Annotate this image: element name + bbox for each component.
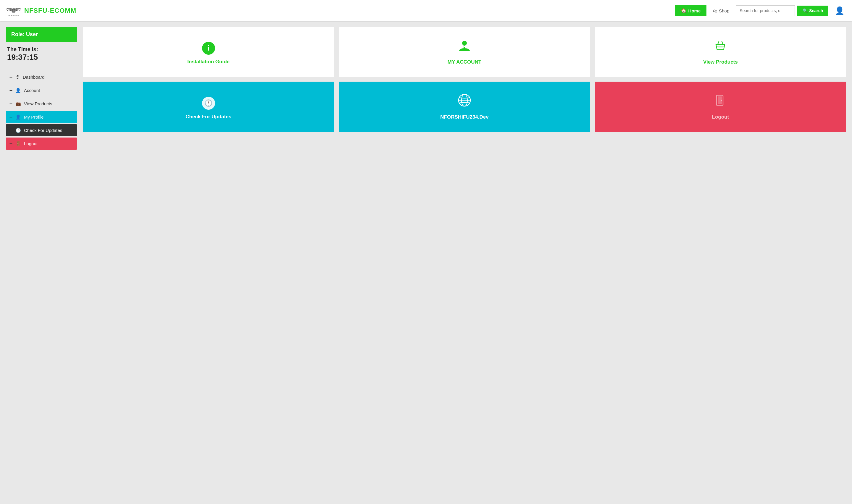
content-area: i Installation Guide MY ACCOUNT [83, 27, 846, 150]
card-check-updates[interactable]: 🕐 Check For Updates [83, 82, 334, 132]
logo-icon: NFORSHIFU234 [6, 5, 21, 17]
sidebar-item-check-updates[interactable]: – 🕐 Check For Updates [6, 124, 77, 136]
brand-name: NFSFU-ECOMM [24, 7, 76, 15]
dash-icon: – [10, 114, 13, 120]
dash-icon: – [10, 74, 13, 80]
time-value: 19:37:15 [7, 53, 76, 62]
card-installation-guide[interactable]: i Installation Guide [83, 27, 334, 77]
card-label: NFORSHIFU234.Dev [440, 114, 488, 120]
card-label: Installation Guide [187, 59, 230, 65]
svg-point-1 [13, 8, 15, 10]
dash-icon: – [10, 127, 13, 133]
time-section: The Time Is: 19:37:15 [6, 47, 77, 66]
card-my-account[interactable]: MY ACCOUNT [339, 27, 590, 77]
info-icon: i [202, 39, 215, 55]
profile-icon: 👤 [15, 114, 21, 120]
card-label: Logout [712, 114, 729, 120]
main-layout: Role: User The Time Is: 19:37:15 – ⏱ Das… [0, 21, 852, 156]
globe-icon [458, 93, 471, 110]
svg-point-14 [721, 100, 722, 101]
sidebar-nav: – ⏱ Dashboard – 👤 Account – 💼 View Produ… [6, 71, 77, 150]
sidebar-item-my-profile[interactable]: – 👤 My Profile [6, 111, 77, 123]
card-label: Check For Updates [185, 114, 231, 120]
search-button[interactable]: 🔍 Search [797, 6, 828, 16]
products-icon: 💼 [15, 101, 21, 107]
dashboard-icon: ⏱ [15, 74, 20, 79]
sidebar-item-label: My Profile [24, 114, 44, 120]
svg-point-3 [462, 41, 467, 46]
svg-text:NFORSHIFU234: NFORSHIFU234 [8, 15, 19, 16]
card-view-products[interactable]: View Products [595, 27, 846, 77]
sidebar-item-view-products[interactable]: – 💼 View Products [6, 97, 77, 110]
logo-area: NFORSHIFU234 NFSFU-ECOMM [6, 5, 76, 17]
logout-icon: 🚪 [15, 141, 21, 146]
sidebar-item-label: Account [24, 88, 40, 93]
card-label: MY ACCOUNT [448, 59, 481, 65]
shop-button[interactable]: 🛍 Shop [709, 5, 733, 16]
sidebar-item-label: Dashboard [23, 74, 44, 79]
clock-icon: 🕐 [15, 128, 21, 133]
sidebar-item-label: Logout [24, 141, 38, 146]
card-nforshifu-dev[interactable]: NFORSHIFU234.Dev [339, 82, 590, 132]
nav-area: 🏠 Home 🛍 Shop 🔍 Search 👤 [675, 4, 846, 17]
card-logout[interactable]: Logout [595, 82, 846, 132]
search-input[interactable] [736, 5, 795, 16]
card-grid: i Installation Guide MY ACCOUNT [83, 27, 846, 132]
sidebar-item-logout[interactable]: – 🚪 Logout [6, 138, 77, 150]
sidebar-item-dashboard[interactable]: – ⏱ Dashboard [6, 71, 77, 83]
account-icon: 👤 [15, 88, 21, 93]
basket-icon [713, 39, 727, 55]
person-icon [458, 39, 471, 55]
header: NFORSHIFU234 NFSFU-ECOMM 🏠 Home 🛍 Shop 🔍… [0, 0, 852, 21]
sidebar-item-label: View Products [24, 101, 52, 106]
clock-white-icon: 🕐 [202, 94, 215, 110]
sidebar-item-label: Check For Updates [24, 128, 62, 133]
home-button[interactable]: 🏠 Home [675, 5, 707, 16]
door-icon [713, 93, 727, 110]
card-label: View Products [703, 59, 738, 65]
search-icon: 🔍 [803, 8, 808, 13]
home-icon: 🏠 [681, 8, 687, 13]
shop-icon: 🛍 [713, 8, 718, 13]
user-profile-button[interactable]: 👤 [833, 4, 846, 17]
time-label: The Time Is: [7, 47, 76, 53]
sidebar-item-account[interactable]: – 👤 Account [6, 84, 77, 96]
dash-icon: – [10, 141, 13, 147]
role-badge: Role: User [6, 27, 77, 42]
user-icon: 👤 [835, 6, 844, 15]
dash-icon: – [10, 87, 13, 93]
dash-icon: – [10, 101, 13, 107]
sidebar: Role: User The Time Is: 19:37:15 – ⏱ Das… [6, 27, 77, 150]
